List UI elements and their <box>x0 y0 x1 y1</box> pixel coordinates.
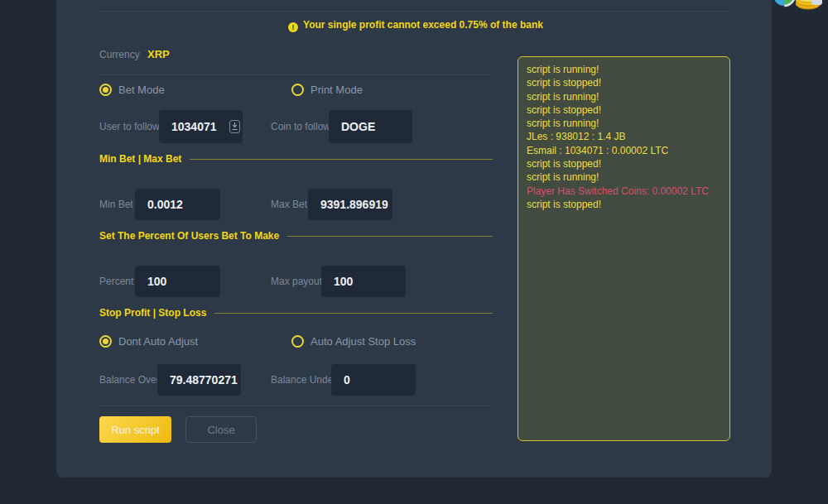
log-line: script is running! <box>527 117 721 130</box>
divider <box>99 11 732 12</box>
radio-icon <box>291 84 304 96</box>
log-line: script is running! <box>527 90 721 103</box>
script-settings-dialog: !Your single profit cannot exceed 0.75% … <box>56 0 772 478</box>
log-line: script is running! <box>527 170 721 184</box>
header-pill <box>811 0 822 5</box>
run-script-button[interactable]: Run script <box>99 416 171 443</box>
log-line: script is stopped! <box>527 76 721 89</box>
radio-label: Dont Auto Adjust <box>118 335 198 348</box>
log-line: script is stopped! <box>527 103 721 117</box>
currency-value[interactable]: XRP <box>147 48 170 61</box>
log-line: script is running! <box>527 63 721 76</box>
max-bet-label: Max Bet <box>271 189 307 220</box>
log-line: script is stopped! <box>527 157 721 170</box>
min-bet-input[interactable] <box>135 189 220 220</box>
section-title: Set The Percent Of Users Bet To Make <box>99 230 279 242</box>
coin-to-follow-input[interactable] <box>329 110 412 143</box>
balance-under-label: Balance Under <box>271 364 336 396</box>
divider <box>99 74 493 75</box>
user-to-follow-label: User to follow <box>99 110 160 143</box>
percent-label: Percent <box>99 266 133 297</box>
radio-icon <box>99 84 112 96</box>
radio-label: Print Mode <box>310 84 363 96</box>
number-stepper-icon[interactable] <box>229 120 240 133</box>
radio-auto-adjust-stop-loss[interactable]: Auto Adjust Stop Loss <box>291 335 416 348</box>
max-payout-label: Max payout <box>271 266 322 297</box>
profit-limit-banner: !Your single profit cannot exceed 0.75% … <box>99 19 732 32</box>
balance-under-input[interactable] <box>331 364 416 396</box>
section-line <box>190 159 493 160</box>
section-header-percent: Set The Percent Of Users Bet To Make <box>99 230 493 242</box>
section-header-bet-limits: Min Bet | Max Bet <box>99 153 493 165</box>
balance-over-input[interactable] <box>157 364 241 396</box>
info-icon: ! <box>288 22 298 32</box>
min-bet-label: Min Bet <box>99 189 133 220</box>
log-line: JLes : 938012 : 1.4 JB <box>527 130 721 143</box>
section-line <box>214 313 493 314</box>
script-log-panel[interactable]: script is running!script is stopped!scri… <box>518 56 730 441</box>
page: !Your single profit cannot exceed 0.75% … <box>0 0 828 504</box>
coin-to-follow-label: Coin to follow <box>271 110 330 143</box>
log-line: Esmail : 1034071 : 0.00002 LTC <box>527 144 721 157</box>
close-button[interactable]: Close <box>185 416 257 443</box>
divider <box>99 406 493 406</box>
currency-label: Currency <box>99 48 140 61</box>
max-payout-input[interactable] <box>321 266 406 297</box>
radio-label: Bet Mode <box>118 84 165 96</box>
section-title: Min Bet | Max Bet <box>99 153 181 165</box>
radio-print-mode[interactable]: Print Mode <box>291 84 363 96</box>
max-bet-input[interactable] <box>308 189 392 220</box>
radio-bet-mode[interactable]: Bet Mode <box>99 84 165 96</box>
section-title: Stop Profit | Stop Loss <box>99 307 206 319</box>
percent-input[interactable] <box>135 266 220 297</box>
banner-text: Your single profit cannot exceed 0.75% o… <box>303 19 543 31</box>
radio-dont-auto-adjust[interactable]: Dont Auto Adjust <box>99 335 198 348</box>
radio-icon <box>291 335 304 348</box>
log-line: script is stopped! <box>527 198 721 211</box>
radio-icon <box>99 335 112 348</box>
radio-label: Auto Adjust Stop Loss <box>310 335 416 348</box>
balance-over-label: Balance Over <box>99 364 160 396</box>
log-line: Player Has Switched Coins: 0.00002 LTC <box>527 185 721 198</box>
section-line <box>287 236 493 237</box>
section-header-stop: Stop Profit | Stop Loss <box>99 307 493 319</box>
